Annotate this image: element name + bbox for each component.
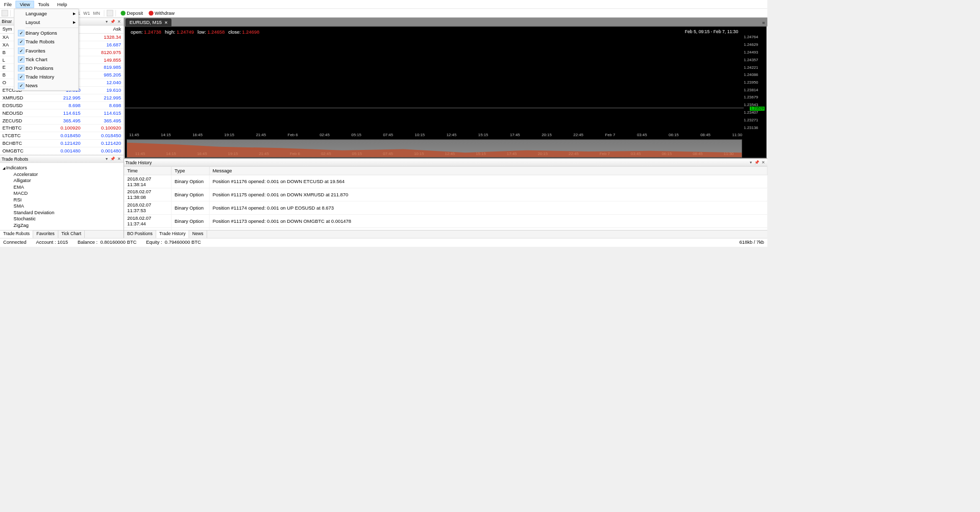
indicator-zigzag[interactable]: ZigZag	[3, 222, 121, 228]
menu-item-label: News	[26, 83, 38, 89]
tab-favorites[interactable]: Favorites	[33, 230, 58, 238]
new-order-icon[interactable]	[2, 10, 8, 16]
indicator-alligator[interactable]: Alligator	[3, 177, 121, 184]
pin-icon[interactable]: 📌	[109, 157, 116, 161]
menu-item-layout[interactable]: Layout▶	[14, 18, 78, 27]
menu-item-tick-chart[interactable]: Tick Chart	[14, 55, 78, 64]
x-tick: 21:45	[256, 133, 266, 137]
candlestick-series	[129, 35, 742, 130]
menu-item-language[interactable]: Language▶	[14, 9, 78, 18]
y-tick: 1.24764	[744, 35, 765, 39]
history-row[interactable]: 2018.02.07 11:38:14Binary OptionPosition…	[124, 174, 767, 188]
menu-item-bo-positions[interactable]: BO Positions	[14, 64, 78, 72]
check-icon	[17, 30, 26, 37]
menu-bar: FileViewToolsHelp	[0, 0, 767, 9]
chart-icon[interactable]	[107, 10, 113, 16]
deposit-icon	[121, 11, 126, 15]
trade-history-table: TimeTypeMessage2018.02.07 11:38:14Binary…	[124, 166, 768, 229]
menu-help[interactable]: Help	[53, 1, 71, 8]
column-header[interactable]: Type	[171, 166, 209, 174]
x-tick: 16:45	[192, 133, 203, 137]
chart-date-range: Feb 5, 09:15 - Feb 7, 11:30	[685, 29, 738, 34]
x-tick: 11:30	[732, 133, 742, 137]
chart-overview[interactable]: 11:4514:1516:4519:1521:45Feb 602:4505:15…	[127, 139, 742, 158]
tab-trade-robots[interactable]: Trade Robots	[0, 230, 33, 238]
y-axis: 1.247641.246291.244931.243571.242211.240…	[744, 35, 765, 130]
indicator-macd[interactable]: MACD	[3, 190, 121, 196]
close-icon[interactable]: ✕	[164, 20, 167, 25]
withdraw-icon	[149, 11, 153, 15]
check-icon	[17, 56, 26, 63]
menu-item-trade-history[interactable]: Trade History	[14, 73, 78, 82]
close-icon[interactable]: ✕	[116, 19, 122, 24]
chart-menu-icon[interactable]: ≡	[760, 19, 767, 27]
timeframe-w1[interactable]: W1	[82, 10, 91, 16]
check-icon	[17, 39, 26, 45]
timeframe-mn[interactable]: MN	[91, 10, 102, 16]
submenu-arrow-icon: ▶	[73, 20, 76, 24]
menu-view[interactable]: View	[16, 1, 34, 8]
x-tick: 17:45	[510, 133, 520, 137]
indicator-stochastic[interactable]: Stochastic	[3, 215, 121, 222]
equity-info: Equity : 0.79460000 BTC	[146, 240, 201, 245]
menu-item-label: BO Positions	[26, 65, 53, 71]
x-tick: 05:15	[351, 133, 361, 137]
tab-news[interactable]: News	[189, 230, 207, 238]
menu-tools[interactable]: Tools	[34, 1, 54, 8]
history-tabs: BO PositionsTrade HistoryNews	[124, 230, 768, 238]
symbol-row[interactable]: ETHBTC0.1009200.100920	[0, 124, 124, 132]
x-tick: 22:45	[573, 133, 583, 137]
trade-robots-title: Trade Robots	[2, 157, 105, 161]
x-tick: Feb 7	[605, 133, 615, 137]
x-axis: 11:4514:1516:4519:1521:45Feb 602:4505:15…	[129, 133, 742, 137]
withdraw-button[interactable]: Withdraw	[146, 10, 177, 16]
symbol-row[interactable]: NEOUSD114.615114.615	[0, 109, 124, 117]
column-header[interactable]: Ask	[83, 25, 124, 33]
tab-trade-history[interactable]: Trade History	[156, 230, 189, 238]
pin-icon[interactable]: 📌	[109, 19, 116, 24]
history-row[interactable]: 2018.02.07 11:38:08Binary OptionPosition…	[124, 188, 767, 201]
tab-bo-positions[interactable]: BO Positions	[124, 230, 156, 238]
symbol-row[interactable]: XMRUSD212.995212.995	[0, 94, 124, 101]
dropdown-icon[interactable]: ▾	[749, 160, 753, 165]
dropdown-icon[interactable]: ▾	[105, 157, 109, 161]
tree-root-indicators[interactable]: Indicators	[3, 164, 121, 171]
indicator-ema[interactable]: EMA	[3, 184, 121, 190]
menu-item-favorites[interactable]: Favorites	[14, 46, 78, 55]
menu-item-label: Trade History	[26, 74, 54, 80]
symbol-row[interactable]: OMGBTC0.0014800.001480	[0, 147, 124, 155]
tab-tick-chart[interactable]: Tick Chart	[58, 230, 85, 238]
menu-item-binary-options[interactable]: Binary Options	[14, 29, 78, 37]
menu-item-label: Binary Options	[26, 31, 57, 36]
column-header[interactable]: Time	[124, 166, 171, 174]
menu-file[interactable]: File	[0, 1, 16, 8]
x-tick: 15:15	[478, 133, 488, 137]
history-row[interactable]: 2018.02.07 11:37:44Binary OptionPosition…	[124, 214, 767, 227]
symbol-row[interactable]: EOSUSD8.6988.698	[0, 101, 124, 109]
dropdown-icon[interactable]: ▾	[105, 19, 109, 24]
toolbar: M1M5M15M30H1H4D1W1MN Deposit Withdraw	[0, 9, 767, 17]
menu-item-label: Language	[26, 11, 47, 16]
menu-item-label: Layout	[26, 19, 40, 25]
close-icon[interactable]: ✕	[760, 160, 766, 165]
indicator-sma[interactable]: SMA	[3, 202, 121, 209]
x-tick: 08:45	[700, 133, 710, 137]
indicator-standard-deviation[interactable]: Standard Deviation	[3, 209, 121, 216]
indicator-rsi[interactable]: RSI	[3, 196, 121, 203]
symbol-row[interactable]: ZECUSD365.495365.495	[0, 117, 124, 124]
y-tick: 1.23814	[744, 88, 765, 92]
close-icon[interactable]: ✕	[116, 157, 122, 161]
column-header[interactable]: Message	[209, 166, 767, 174]
symbol-row[interactable]: BCHBTC0.1214200.121420	[0, 139, 124, 147]
price-chart[interactable]: open: 1.24738 high: 1.24749 low: 1.24658…	[125, 27, 766, 158]
deposit-button[interactable]: Deposit	[118, 10, 145, 16]
history-row[interactable]: 2018.02.07 11:37:53Binary OptionPosition…	[124, 201, 767, 214]
x-tick: 07:45	[383, 133, 393, 137]
symbol-row[interactable]: LTCBTC0.0184500.018450	[0, 132, 124, 139]
pin-icon[interactable]: 📌	[753, 160, 760, 165]
indicator-accelerator[interactable]: Accelerator	[3, 171, 121, 177]
menu-item-news[interactable]: News	[14, 82, 78, 90]
y-tick: 1.23679	[744, 95, 765, 99]
menu-item-trade-robots[interactable]: Trade Robots	[14, 38, 78, 46]
chart-tab-eurusd[interactable]: EURUSD, M15 ✕	[126, 18, 172, 27]
